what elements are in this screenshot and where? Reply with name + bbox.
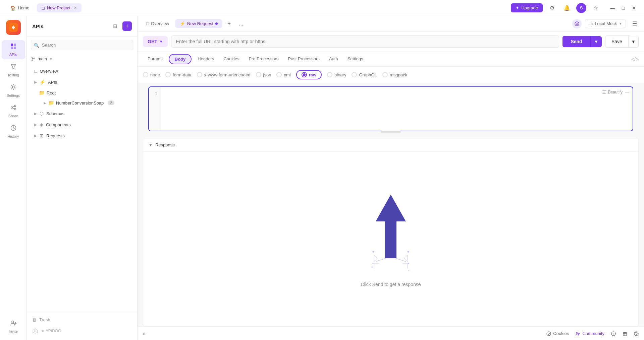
- post-processors-tab[interactable]: Post Processors: [283, 53, 324, 66]
- json-radio[interactable]: [256, 72, 261, 77]
- overview-tab-label: Overview: [151, 21, 169, 26]
- chevron-right-icon: ▶: [44, 101, 46, 105]
- circle-question-button[interactable]: ?: [611, 331, 616, 336]
- gift-button[interactable]: [623, 331, 627, 336]
- local-mock-chevron-icon: ▼: [619, 22, 622, 25]
- upgrade-button[interactable]: ✦ Upgrade: [511, 3, 543, 12]
- graphql-radio[interactable]: [352, 72, 357, 77]
- add-tab-button[interactable]: +: [224, 18, 234, 29]
- trash-item[interactable]: 🗑 Trash: [32, 315, 132, 325]
- sidebar-nav: □ Overview ▶ ⚡ APIs 📁 Root ▶ 📁 NumberCon…: [27, 64, 137, 312]
- avatar[interactable]: S: [576, 3, 586, 13]
- more-tabs-button[interactable]: ...: [236, 18, 247, 29]
- apis-nav-item[interactable]: ▶ ⚡ APIs: [29, 77, 135, 87]
- binary-subtab[interactable]: binary: [327, 72, 346, 77]
- urlencoded-subtab[interactable]: x-www-form-urlencoded: [197, 72, 251, 77]
- headers-tab[interactable]: Headers: [193, 53, 219, 66]
- overview-tab[interactable]: □ Overview: [142, 19, 174, 28]
- requests-nav-item[interactable]: ▶ ⊞ Requests: [29, 130, 135, 141]
- code-icon[interactable]: </>: [631, 56, 639, 62]
- auth-tab[interactable]: Auth: [324, 53, 343, 66]
- svg-point-40: [577, 332, 578, 334]
- none-label: none: [150, 72, 160, 77]
- branch-selector[interactable]: main ▼: [27, 54, 137, 64]
- sidebar-item-history[interactable]: History: [2, 122, 25, 141]
- svg-point-7: [11, 107, 12, 109]
- xml-label: xml: [284, 72, 290, 77]
- settings-tab[interactable]: Settings: [343, 53, 368, 66]
- cookies-bottom-button[interactable]: Cookies: [546, 331, 569, 336]
- notifications-icon-btn[interactable]: 🔔: [561, 3, 572, 13]
- close-button[interactable]: ✕: [629, 3, 639, 13]
- method-selector[interactable]: GET ▼: [143, 36, 168, 47]
- msgpack-subtab[interactable]: msgpack: [382, 72, 407, 77]
- save-btn-group: Save ▼: [605, 36, 639, 48]
- xml-subtab[interactable]: xml: [276, 72, 290, 77]
- history-icon: [10, 125, 17, 133]
- raw-radio[interactable]: [302, 72, 307, 77]
- sidebar-item-testing[interactable]: Testing: [2, 61, 25, 80]
- support-button[interactable]: [634, 331, 639, 336]
- new-project-tab[interactable]: ◻ New Project ✕: [37, 3, 82, 12]
- send-chevron-icon: ▼: [594, 39, 598, 44]
- svg-point-41: [578, 333, 580, 334]
- app-logo[interactable]: [6, 20, 21, 35]
- overview-nav-item[interactable]: □ Overview: [29, 66, 135, 76]
- sidebar-item-apis[interactable]: APIs: [2, 40, 25, 59]
- svg-point-36: [547, 332, 551, 336]
- overview-tab-icon: □: [146, 21, 149, 26]
- filter-icon-btn[interactable]: ⊟: [110, 21, 120, 31]
- search-input[interactable]: [31, 40, 133, 50]
- body-tab[interactable]: Body: [169, 54, 192, 64]
- line-number: 1: [152, 91, 157, 96]
- resize-handle[interactable]: [381, 131, 401, 133]
- none-subtab[interactable]: none: [143, 72, 160, 77]
- params-tab[interactable]: Params: [143, 53, 167, 66]
- close-tab-icon[interactable]: ✕: [74, 6, 77, 10]
- msgpack-radio[interactable]: [382, 72, 388, 77]
- settings-icon-btn[interactable]: ⚙: [547, 3, 557, 13]
- urlencoded-radio[interactable]: [197, 72, 202, 77]
- send-button[interactable]: Send: [562, 36, 590, 47]
- cookies-tab[interactable]: Cookies: [219, 53, 244, 66]
- home-tab[interactable]: 🏠 Home: [5, 3, 34, 13]
- save-button[interactable]: Save: [605, 36, 629, 48]
- json-subtab[interactable]: json: [256, 72, 271, 77]
- svg-point-39: [548, 334, 549, 335]
- maximize-button[interactable]: □: [619, 3, 628, 13]
- response-header[interactable]: ▼ Response: [143, 138, 638, 152]
- raw-subtab[interactable]: raw: [296, 70, 322, 79]
- svg-point-16: [32, 60, 33, 61]
- local-mock-button[interactable]: Lo Local Mock ▼: [585, 19, 626, 28]
- binary-radio[interactable]: [327, 72, 332, 77]
- sidebar-toggle-button[interactable]: ☰: [629, 18, 640, 29]
- collapse-sidebar-button[interactable]: «: [143, 331, 146, 336]
- apis-children: 📁 Root ▶ 📁 NumberConversionSoap 2: [27, 88, 137, 108]
- sidebar-item-settings[interactable]: Settings: [2, 81, 25, 100]
- root-item[interactable]: 📁 Root: [34, 88, 137, 98]
- none-radio[interactable]: [143, 72, 148, 77]
- collapse-editor-button[interactable]: —: [625, 90, 629, 94]
- code-textarea[interactable]: [161, 87, 633, 131]
- environment-icon-btn[interactable]: [572, 19, 582, 28]
- schemas-nav-item[interactable]: ▶ ⬡ Schemas: [29, 108, 135, 119]
- pre-processors-tab[interactable]: Pre Processors: [244, 53, 283, 66]
- sidebar-item-share[interactable]: Share: [2, 101, 25, 121]
- url-input[interactable]: [171, 36, 559, 48]
- community-bottom-button[interactable]: Community: [576, 331, 604, 336]
- form-data-subtab[interactable]: form-data: [165, 72, 192, 77]
- new-request-tab[interactable]: ⚡ New Request: [175, 19, 222, 28]
- number-conversion-item[interactable]: ▶ 📁 NumberConversionSoap 2: [34, 98, 137, 108]
- graphql-subtab[interactable]: GraphQL: [352, 72, 377, 77]
- xml-radio[interactable]: [276, 72, 282, 77]
- add-api-button[interactable]: +: [122, 21, 132, 31]
- minimize-button[interactable]: —: [608, 3, 617, 13]
- sidebar-item-invite[interactable]: Invite: [2, 317, 25, 336]
- form-data-radio[interactable]: [165, 72, 171, 77]
- components-nav-item[interactable]: ▶ ◈ Components: [29, 119, 135, 130]
- send-dropdown-button[interactable]: ▼: [590, 36, 602, 47]
- beautify-button[interactable]: Beautify: [602, 90, 623, 94]
- svg-point-5: [12, 86, 14, 88]
- star-icon-btn[interactable]: ☆: [590, 3, 601, 13]
- save-dropdown-button[interactable]: ▼: [629, 36, 639, 48]
